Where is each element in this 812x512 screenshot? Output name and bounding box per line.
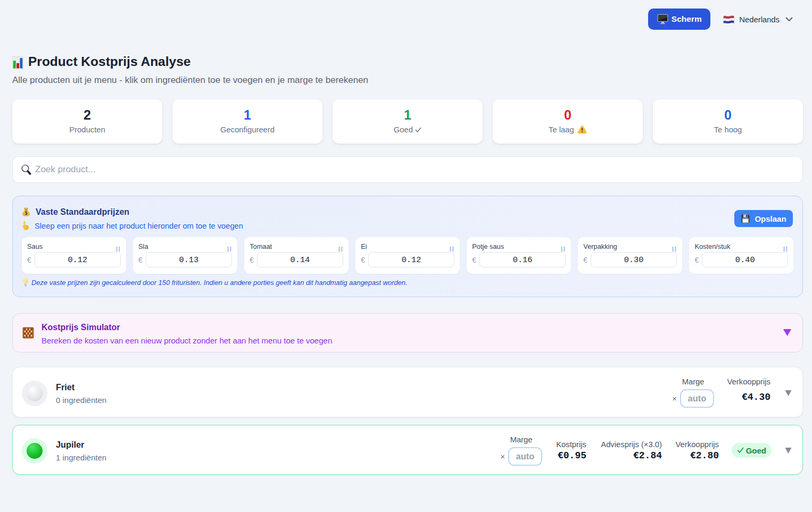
svg-text:$: $ xyxy=(25,210,28,216)
